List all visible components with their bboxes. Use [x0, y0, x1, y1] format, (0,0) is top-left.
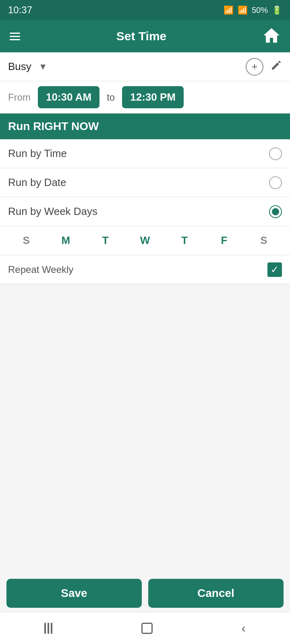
- option-run-by-date[interactable]: Run by Date: [0, 168, 290, 197]
- repeat-weekly-checkbox[interactable]: ✓: [267, 262, 282, 277]
- radio-selected-indicator: [272, 208, 279, 215]
- to-time-button[interactable]: 12:30 PM: [122, 86, 184, 108]
- run-by-date-label: Run by Date: [8, 176, 66, 189]
- nav-bar: ‹: [0, 612, 290, 644]
- from-time-button[interactable]: 10:30 AM: [38, 86, 99, 108]
- home-icon[interactable]: [263, 27, 280, 46]
- status-bar: 10:37 📶 📶 50% 🔋: [0, 0, 290, 20]
- main-content: Busy ▼ + From 10:30 AM to 12:30 PM Run R…: [0, 52, 290, 590]
- dropdown-value: Busy: [8, 60, 31, 73]
- save-button[interactable]: Save: [6, 579, 142, 608]
- dropdown-arrow-icon: ▼: [39, 62, 48, 72]
- day-tuesday[interactable]: T: [95, 230, 116, 251]
- menu-icon[interactable]: [10, 33, 20, 40]
- day-thursday[interactable]: T: [174, 230, 195, 251]
- option-run-by-weekdays[interactable]: Run by Week Days: [0, 197, 290, 226]
- day-monday[interactable]: M: [55, 230, 76, 251]
- edit-button[interactable]: [271, 60, 282, 74]
- status-time: 10:37: [8, 4, 32, 16]
- battery-icon: 🔋: [272, 5, 282, 15]
- add-button[interactable]: +: [246, 58, 263, 76]
- recent-apps-icon: [44, 623, 52, 634]
- run-by-weekdays-radio[interactable]: [269, 205, 282, 218]
- run-by-time-label: Run by Time: [8, 147, 67, 160]
- time-row: From 10:30 AM to 12:30 PM: [0, 81, 290, 114]
- checkmark-icon: ✓: [271, 264, 279, 275]
- repeat-weekly-row[interactable]: Repeat Weekly ✓: [0, 255, 290, 284]
- day-wednesday[interactable]: W: [135, 230, 155, 251]
- dropdown-row: Busy ▼ +: [0, 52, 290, 81]
- weekdays-row: S M T W T F S: [0, 226, 290, 255]
- section-header-text: Run RIGHT NOW: [8, 120, 99, 132]
- from-label: From: [8, 92, 31, 103]
- run-by-time-radio[interactable]: [269, 147, 282, 160]
- home-nav-icon: [141, 623, 153, 634]
- to-label: to: [107, 92, 115, 103]
- add-icon: +: [251, 60, 257, 73]
- battery-text: 50%: [252, 6, 268, 15]
- svg-marker-0: [263, 28, 280, 43]
- status-icons: 📶 📶 50% 🔋: [224, 5, 282, 15]
- app-bar: Set Time: [0, 20, 290, 52]
- day-sunday-2[interactable]: S: [253, 230, 274, 251]
- section-header: Run RIGHT NOW: [0, 114, 290, 139]
- bottom-buttons: Save Cancel: [0, 575, 290, 612]
- day-friday[interactable]: F: [214, 230, 235, 251]
- day-sunday-1[interactable]: S: [16, 230, 37, 251]
- signal-icon: 📶: [238, 5, 248, 15]
- page-title: Set Time: [116, 29, 167, 43]
- empty-area: [0, 284, 290, 590]
- run-by-weekdays-label: Run by Week Days: [8, 205, 97, 218]
- cancel-button[interactable]: Cancel: [148, 579, 284, 608]
- run-by-date-radio[interactable]: [269, 176, 282, 189]
- option-run-by-time[interactable]: Run by Time: [0, 139, 290, 168]
- nav-home-button[interactable]: [141, 623, 153, 634]
- back-icon: ‹: [242, 621, 246, 635]
- repeat-weekly-label: Repeat Weekly: [8, 264, 73, 275]
- nav-back-button[interactable]: ‹: [242, 621, 246, 635]
- wifi-icon: 📶: [224, 5, 234, 15]
- nav-recent-button[interactable]: [44, 623, 52, 634]
- busy-dropdown[interactable]: Busy ▼: [8, 60, 238, 73]
